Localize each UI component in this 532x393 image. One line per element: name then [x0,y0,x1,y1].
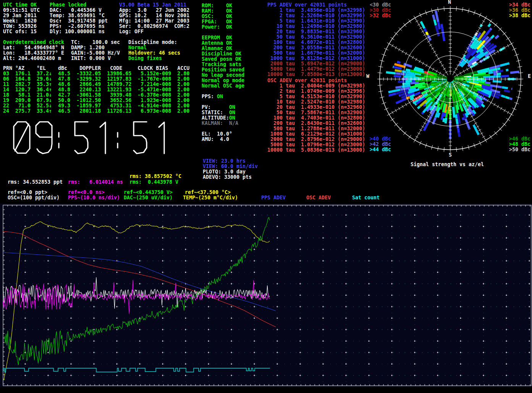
fix-mode-header: Overdetermined clock [3,40,64,45]
plot-area [0,204,532,393]
dac-ref-label: ref~<0.443750 V> [124,190,173,195]
position-panel: Lat: 54.4964948° NLon: 18.4333777° EAlt:… [3,45,64,61]
osc-scale-label: OSC=(100 ppt/div) [8,195,60,201]
rms-osc: rms: 34.552853 ppt [8,180,63,185]
oscillator-panel: DAC: 0.445366 VTemp: 38.659691 °COsc↑ 34… [50,8,108,34]
phase-status: Phase locked [50,2,86,8]
lady-heather-app: UTC time OK 09:51:51 UTC29 Jan 2011Week:… [0,0,532,393]
pps-ref-label: ref=<0.0 ns> [68,190,105,195]
pps-adev-title: PPS ADEV over 42031 points [267,2,347,8]
view-settings-block: VIEW: 23.0 hrsVIEW: 60.0 min/divPLOTQ: 3… [203,158,258,180]
discipline-mode-title: Discipline mode: [128,40,177,45]
mode-list: PV: ONSTATIC: ONALTITUDE:ON [202,105,235,121]
loop-params-panel: TC: 100.0 secDAMP: 1.200GAIN:-5.000 Hz/V… [71,40,120,61]
sat-count-legend: Sat count [352,195,380,201]
osc-ref-label: ref=<0.0 ppt> [8,190,47,195]
kalman-line: KALMAN: N/A [202,121,238,126]
pps-label: PPS: [202,94,217,99]
rms-pps: rms: 6.014014 ns [68,180,123,185]
utc-time-panel: 09:51:51 UTC29 Jan 2011Week: 1620TOW: 55… [3,8,40,34]
discipline-mode-list: NormalHoldover: 46 secsDoing fixes [128,45,180,61]
compass-label-e: E [528,74,531,79]
satellite-table: 03 176.1 37.2↓ 48.5 -3332.05 13986.65 5.… [3,71,189,114]
pps-adev-legend: PPS ADEV [261,195,286,201]
compass-label-n: N [448,0,451,5]
elevation-mask-block: EL: 10.0°AMU: 4.0 [202,131,232,142]
osc-adev-legend: OSC ADEV [306,195,331,201]
device-status-list: ROM: OKRAM: OKOSC: OKFPGA: OKPower: OK [202,3,232,30]
temp-ref-label: ref~<37.500 °C> [185,190,231,195]
pps-status-line: PPS: ON [202,94,223,99]
polar-az-el-plot [376,4,524,152]
receiver-status-list: EEPROM OKAntenna OKAlmanac OKDiscipline … [202,35,244,89]
compass-label-s: S [449,152,452,158]
rms-temp: rms: 38.857502 °C [129,174,181,179]
compass-label-w: W [366,74,369,79]
osc-adev-table: 1 tau 2.0404e-009 (n=32998) 2 tau 1.0749… [267,83,365,153]
version-header: V3.00 Beta 15 Jan 2011 [119,2,186,8]
pps-value: ON [217,94,223,99]
rms-dac: rms: 0.443978 V [129,180,178,185]
dac-scale-label: DAC~(250 uV/div) [124,195,173,201]
polar-caption: Signal strength vs az/el [411,162,484,167]
version-panel: App: 3.0 27 Jun 2002GPS: 10.2 14 Nov 200… [119,8,189,34]
digital-clock [11,119,179,156]
osc-adev-title: OSC ADEV over 42031 points [267,78,347,83]
pps-adev-table: 1 tau 3.4856e-010 (n=32998) 2 tau 2.5268… [267,8,365,77]
utc-time-status: UTC time OK [3,2,37,8]
pps-scale-label: PPS~(10.0 ns/div) [68,195,120,201]
satellite-table-header: PRN °AZ °EL dBc DOPPLER CODE CLOCK BIAS … [3,66,189,71]
temp-scale-label: TEMP~(250 m°C/div) [183,195,238,201]
